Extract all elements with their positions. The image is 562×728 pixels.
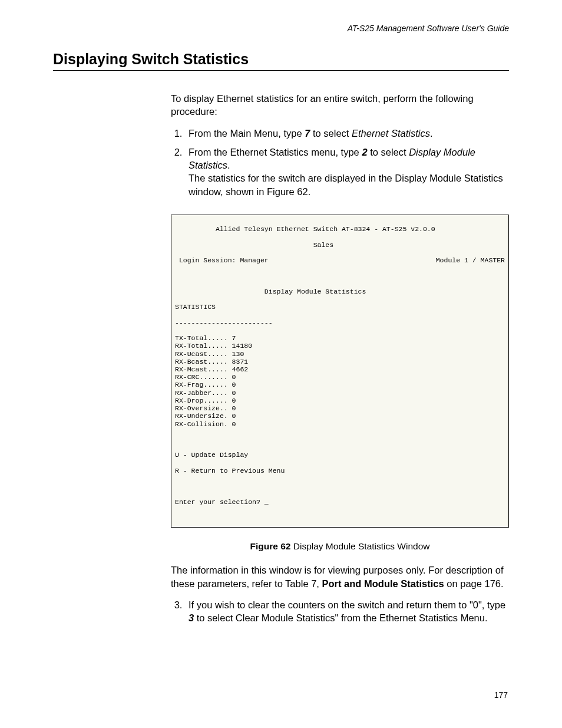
terminal-stat-cell: RX-Oversize.. 0 <box>175 404 236 412</box>
terminal-stat-row: RX-Jabber.... 0 <box>175 389 505 397</box>
terminal-session-left: Login Session: Manager <box>175 256 269 264</box>
terminal-stat-cell: RX-Jabber.... 0 <box>175 389 236 397</box>
step-2-text-c: . <box>227 160 230 170</box>
terminal-stat-row: RX-Drop...... 0 <box>175 397 505 404</box>
terminal-stat-cell: RX-Total..... 14180 <box>175 342 252 350</box>
terminal-blank-2 <box>175 436 505 443</box>
step-2: From the Ethernet Statistics menu, type … <box>185 146 509 198</box>
page-number: 177 <box>494 690 508 700</box>
after-figure-paragraph: The information in this window is for vi… <box>171 564 509 590</box>
terminal-session-right: Module 1 / MASTER <box>436 256 505 264</box>
terminal-stats-rows: TX-Total..... 7RX-Total..... 14180RX-Uca… <box>175 334 505 428</box>
step-3-text-b: to select Clear Module Statistics" from … <box>194 612 487 623</box>
step-1-menu: Ethernet Statistics <box>352 128 430 139</box>
terminal-stat-cell: RX-Ucast..... 130 <box>175 350 244 358</box>
figure-caption: Figure 62 Display Module Statistics Wind… <box>171 541 509 553</box>
step-1-text-b: to select <box>310 128 352 139</box>
step-1-key: 7 <box>305 128 310 139</box>
terminal-stat-cell: RX-CRC....... 0 <box>175 373 236 381</box>
intro-paragraph: To display Ethernet statistics for an en… <box>171 92 509 118</box>
terminal-stat-row: RX-Ucast..... 130 <box>175 350 505 358</box>
step-3-key: 3 <box>189 612 194 623</box>
step-2-sub: The statistics for the switch are displa… <box>189 172 509 198</box>
terminal-window: Allied Telesyn Ethernet Switch AT-8324 -… <box>171 215 509 528</box>
after-figure-b: on page 176. <box>444 578 504 589</box>
terminal-blank-1 <box>175 272 505 279</box>
terminal-blank-3 <box>175 482 505 490</box>
section-heading: Displaying Switch Statistics <box>53 51 509 71</box>
terminal-title: Allied Telesyn Ethernet Switch AT-8324 -… <box>175 225 505 233</box>
step-1-text-a: From the Main Menu, type <box>189 128 305 139</box>
step-1-text-c: . <box>430 128 433 139</box>
step-2-text-a: From the Ethernet Statistics menu, type <box>189 147 362 157</box>
terminal-stat-row: RX-Bcast..... 8371 <box>175 358 505 365</box>
terminal-stat-row: RX-Oversize.. 0 <box>175 404 505 412</box>
terminal-menu-u: U - Update Display <box>175 451 505 459</box>
step-3: If you wish to clear the counters on the… <box>185 598 509 625</box>
terminal-divider: ------------------------ <box>175 319 505 327</box>
figure-62-wrap: Allied Telesyn Ethernet Switch AT-8324 -… <box>171 215 509 528</box>
step-3-text-a: If you wish to clear the counters on the… <box>189 599 505 610</box>
terminal-stat-row: RX-Mcast..... 4662 <box>175 365 505 373</box>
terminal-stat-cell: RX-Mcast..... 4662 <box>175 365 248 373</box>
terminal-heading: Display Module Statistics <box>175 288 505 295</box>
terminal-stat-cell: TX-Total..... 7 <box>175 334 236 342</box>
terminal-stat-row: RX-Frag...... 0 <box>175 381 505 388</box>
terminal-stat-cell: RX-Collision. 0 <box>175 420 236 428</box>
terminal-stat-cell: RX-Bcast..... 8371 <box>175 358 248 365</box>
terminal-stat-row: RX-Total..... 14180 <box>175 342 505 350</box>
terminal-stat-cell: RX-Undersize. 0 <box>175 412 236 420</box>
procedure-list-continued: If you wish to clear the counters on the… <box>171 598 509 625</box>
terminal-stat-row: RX-CRC....... 0 <box>175 373 505 381</box>
terminal-stat-row: RX-Undersize. 0 <box>175 412 505 420</box>
step-2-text-b: to select <box>368 147 409 157</box>
terminal-stat-cell: RX-Frag...... 0 <box>175 381 236 388</box>
step-1: From the Main Menu, type 7 to select Eth… <box>185 127 509 140</box>
body-content: To display Ethernet statistics for an en… <box>171 92 509 624</box>
terminal-stat-row: TX-Total..... 7 <box>175 334 505 342</box>
terminal-subtitle: Sales <box>175 241 505 249</box>
terminal-menu-r: R - Return to Previous Menu <box>175 467 505 475</box>
terminal-stat-cell: RX-Drop...... 0 <box>175 397 236 404</box>
terminal-stat-row: RX-Collision. 0 <box>175 420 505 428</box>
running-header: AT-S25 Management Software User's Guide <box>53 24 509 33</box>
terminal-session-row: Login Session: ManagerModule 1 / MASTER <box>175 256 505 264</box>
after-figure-ref: Port and Module Statistics <box>322 578 444 589</box>
figure-number: Figure 62 <box>250 541 291 551</box>
page-container: AT-S25 Management Software User's Guide … <box>0 0 562 728</box>
procedure-list: From the Main Menu, type 7 to select Eth… <box>171 127 509 198</box>
terminal-prompt: Enter your selection? _ <box>175 498 505 506</box>
terminal-stats-header: STATISTICS <box>175 303 505 311</box>
figure-caption-text: Display Module Statistics Window <box>290 541 429 551</box>
step-2-key: 2 <box>362 147 367 157</box>
